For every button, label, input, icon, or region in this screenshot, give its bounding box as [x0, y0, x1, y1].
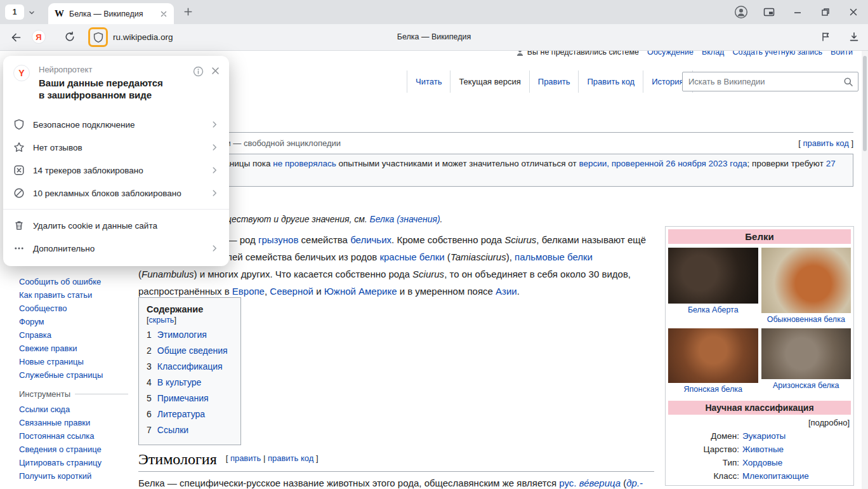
- toc-item[interactable]: 5Примечания: [147, 391, 233, 406]
- wiki-link[interactable]: Европе: [232, 286, 265, 297]
- wiki-tab[interactable]: Править: [529, 70, 579, 93]
- bookmark-flag-icon[interactable]: [820, 31, 831, 43]
- close-tab-icon[interactable]: [160, 10, 168, 18]
- personal-link[interactable]: Создать учётную запись: [732, 51, 822, 57]
- sidebar-link[interactable]: Связанные правки: [19, 416, 128, 429]
- wiki-link[interactable]: править код: [268, 453, 313, 463]
- protect-shield-button[interactable]: [88, 27, 108, 47]
- sidebar-link[interactable]: Форум: [19, 315, 128, 328]
- squirrel-photo[interactable]: [761, 328, 852, 379]
- sidebar-link[interactable]: Справка: [19, 328, 128, 342]
- sidebar-link[interactable]: Новые страницы: [19, 355, 128, 368]
- toc-item[interactable]: 3Классификация: [147, 359, 233, 375]
- toc-item[interactable]: 2Общие сведения: [147, 343, 233, 359]
- wiki-link[interactable]: Северной: [270, 286, 313, 297]
- taxonomy-value-link[interactable]: Хордовые: [742, 456, 782, 469]
- tab-count: 1: [13, 8, 17, 17]
- url-text[interactable]: ru.wikipedia.org: [113, 32, 173, 42]
- chevron-down-icon[interactable]: [28, 8, 36, 18]
- sidebar-link[interactable]: Ссылки сюда: [19, 403, 128, 416]
- sidebar-link[interactable]: Сообщить об ошибке: [19, 275, 128, 288]
- wiki-link[interactable]: править: [230, 453, 261, 463]
- toc-link[interactable]: В культуре: [157, 375, 202, 391]
- personal-link[interactable]: Вклад: [702, 51, 725, 57]
- scrollbar-thumb[interactable]: [863, 56, 867, 151]
- wiki-link[interactable]: править код: [803, 138, 848, 148]
- section-edit-links[interactable]: [ править | править код ]: [226, 453, 319, 463]
- squirrel-photo[interactable]: [668, 328, 758, 383]
- download-icon[interactable]: [848, 31, 860, 43]
- reload-icon[interactable]: [64, 31, 76, 43]
- close-icon[interactable]: [211, 66, 220, 76]
- wiki-link[interactable]: версии, проверенной 26 ноября 2023 года: [579, 159, 747, 168]
- taxonomy-value-link[interactable]: Эукариоты: [742, 429, 786, 443]
- wiki-link[interactable]: красные белки: [379, 251, 444, 262]
- back-icon[interactable]: [9, 31, 22, 44]
- popup-item[interactable]: Дополнительно: [3, 237, 229, 260]
- toc-link[interactable]: Ссылки: [157, 422, 188, 438]
- profile-avatar-icon[interactable]: [734, 5, 748, 19]
- toc-link[interactable]: Классификация: [157, 359, 223, 375]
- sidebar-link[interactable]: Постоянная ссылка: [19, 429, 128, 443]
- scrollbar-track[interactable]: [862, 51, 868, 489]
- wiki-link[interactable]: 27: [826, 159, 836, 168]
- toc-link[interactable]: Примечания: [157, 391, 209, 406]
- minimize-icon[interactable]: [791, 5, 805, 19]
- sidebar-link[interactable]: Сведения о странице: [19, 443, 128, 456]
- taxonomy-value-link[interactable]: Животные: [742, 443, 784, 456]
- image-caption-link[interactable]: Японская белка: [668, 383, 758, 395]
- image-caption-link[interactable]: Белка Аберта: [668, 304, 758, 316]
- personal-link[interactable]: Обсуждение: [647, 51, 694, 57]
- toc-link[interactable]: Общие сведения: [157, 343, 228, 359]
- wiki-tab[interactable]: Читать: [407, 70, 450, 93]
- search-icon[interactable]: [843, 77, 853, 87]
- edit-code-link[interactable]: [ править код ]: [798, 138, 853, 148]
- popup-item[interactable]: 14 трекеров заблокировано: [3, 159, 229, 182]
- maximize-icon[interactable]: [819, 5, 832, 19]
- sidebar-link[interactable]: Цитировать страницу: [19, 456, 128, 469]
- squirrel-photo[interactable]: [761, 248, 852, 313]
- wiki-tab[interactable]: Править код: [578, 70, 643, 93]
- toc-hide-link[interactable]: скрыть: [148, 316, 174, 325]
- sidebar-link[interactable]: Как править статьи: [19, 288, 128, 302]
- toc-item[interactable]: 7Ссылки: [147, 422, 233, 438]
- browser-tab[interactable]: W Белка — Википедия: [48, 3, 174, 24]
- toc-link[interactable]: Этимология: [157, 327, 207, 343]
- toc-item[interactable]: 1Этимология: [147, 327, 233, 343]
- wiki-link[interactable]: Южной Америке: [324, 286, 397, 297]
- taxonomy-value-link[interactable]: Млекопитающие: [742, 469, 809, 483]
- taxobox-details-link[interactable]: [подробно]: [669, 418, 850, 427]
- image-caption-link[interactable]: Обыкновенная белка: [761, 313, 852, 325]
- close-window-icon[interactable]: [846, 5, 860, 19]
- popup-item[interactable]: 10 рекламных блоков заблокировано: [3, 182, 229, 204]
- picture-in-picture-icon[interactable]: [762, 5, 776, 19]
- wiki-link[interactable]: беличьих: [350, 234, 391, 245]
- toc-item[interactable]: 4В культуре: [147, 375, 233, 391]
- popup-item[interactable]: Безопасное подключение: [3, 113, 229, 136]
- popup-item[interactable]: Удалить cookie и данные сайта: [3, 214, 229, 237]
- toc-link[interactable]: Литература: [157, 406, 205, 422]
- wiki-link[interactable]: пальмовые белки: [515, 251, 593, 262]
- sidebar-link[interactable]: Получить короткий: [19, 469, 128, 483]
- wiki-link[interactable]: рус.: [559, 478, 576, 488]
- new-tab-icon[interactable]: [183, 6, 194, 19]
- wiki-link[interactable]: Белка (значения): [370, 214, 440, 224]
- personal-link[interactable]: Войти: [831, 51, 853, 57]
- sidebar-link[interactable]: Служебные страницы: [19, 368, 128, 382]
- wiki-link[interactable]: грызунов: [258, 234, 298, 245]
- wiki-tab[interactable]: Текущая версия: [450, 70, 529, 93]
- search-input[interactable]: [682, 72, 858, 91]
- yandex-search-icon[interactable]: Я: [32, 30, 46, 44]
- info-icon[interactable]: [193, 66, 204, 77]
- sidebar-link[interactable]: Свежие правки: [19, 342, 128, 355]
- image-caption-link[interactable]: Аризонская белка: [761, 379, 852, 391]
- wiki-link[interactable]: др.-: [626, 478, 643, 488]
- popup-item[interactable]: Нет отзывов: [3, 136, 229, 159]
- sidebar-link[interactable]: Сообщество: [19, 302, 128, 315]
- wiki-link[interactable]: Азии: [496, 286, 517, 297]
- wiki-link[interactable]: не проверялась: [273, 159, 336, 168]
- tab-counter-button[interactable]: 1: [5, 4, 24, 20]
- toc-item[interactable]: 6Литература: [147, 406, 233, 422]
- wiki-link[interactable]: ве́верица: [579, 478, 621, 488]
- squirrel-photo[interactable]: [668, 248, 758, 304]
